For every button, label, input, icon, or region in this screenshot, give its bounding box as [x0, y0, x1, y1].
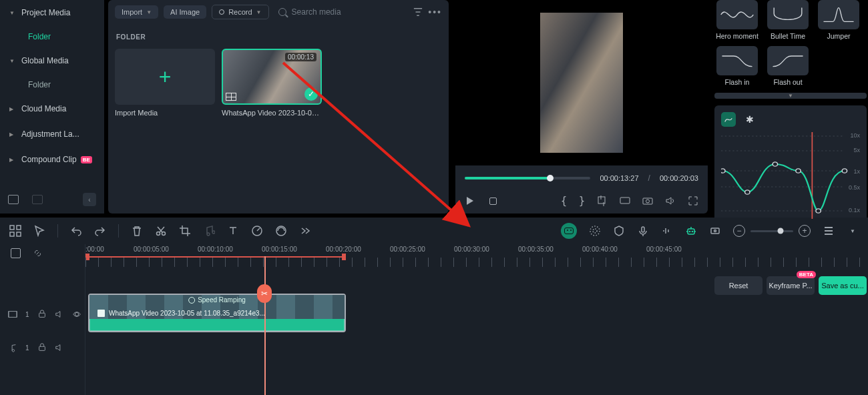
color-button[interactable] [275, 225, 287, 237]
timeline-clip[interactable]: Speed Ramping WhatsApp Video 2023-10-05 … [88, 294, 346, 332]
timeline-panel: − + ▼ 1 1 [0, 218, 868, 395]
timeline-ruler[interactable]: :00:00 00:00:05:00 00:00:10:00 00:00:15:… [85, 244, 868, 267]
tab-curve[interactable] [721, 112, 736, 127]
sidebar-item-compound-clip[interactable]: ▶ Compound Clip BE [0, 147, 104, 172]
track-height-button[interactable] [823, 225, 835, 237]
voice-button[interactable] [637, 225, 649, 237]
delete-button[interactable] [131, 225, 143, 237]
audio-track-header[interactable]: 1 [0, 334, 85, 362]
inspector-panel: Hero moment Bullet Time Jumper Flash in … [714, 0, 868, 214]
import-menu[interactable]: Import ▼ [115, 5, 158, 19]
redo-button[interactable] [94, 225, 106, 237]
svg-point-26 [590, 226, 600, 236]
split-button[interactable] [155, 225, 167, 237]
display-button[interactable] [620, 195, 630, 206]
preset-label: Flash in [725, 78, 750, 87]
new-folder-icon[interactable] [8, 195, 19, 204]
progress-slider[interactable] [465, 177, 590, 179]
ai-assistant-button[interactable] [561, 223, 577, 239]
record-label: Record [228, 8, 252, 16]
crop-button[interactable] [597, 195, 608, 206]
layout-icon[interactable] [9, 225, 21, 237]
stop-button[interactable] [487, 195, 498, 206]
ai-tools-button[interactable] [685, 225, 697, 237]
svg-point-21 [157, 232, 160, 236]
sidebar-item-label: Cloud Media [21, 104, 66, 113]
current-time: 00:00:13:27 [600, 174, 638, 182]
collapse-sidebar-button[interactable]: ‹ [83, 193, 96, 206]
volume-button[interactable] [665, 195, 676, 206]
search-input[interactable]: Search media [274, 7, 409, 17]
ai-image-button[interactable]: AI Image [164, 5, 206, 19]
more-icon[interactable]: ••• [428, 7, 442, 17]
video-track-header[interactable]: 1 [0, 295, 85, 334]
chevron-down-icon: ▼ [256, 9, 262, 15]
sidebar-item-project-media[interactable]: ▼ Project Media [0, 0, 104, 25]
text-button[interactable] [227, 225, 239, 237]
clip-tag: Speed Ramping [188, 296, 246, 304]
sidebar-item-label: Compound Clip [21, 155, 77, 164]
mark-in-button[interactable]: { [561, 195, 567, 207]
mask-button[interactable] [613, 225, 625, 237]
zoom-in-button[interactable]: + [799, 225, 811, 237]
sidebar-item-global-media[interactable]: ▼ Global Media [0, 48, 104, 73]
svg-rect-20 [17, 232, 21, 236]
audio-fx-button[interactable] [661, 225, 673, 237]
music-button[interactable] [203, 225, 215, 237]
ruler-label: 00:00:40:00 [582, 246, 618, 253]
sidebar-item-cloud-media[interactable]: ▶ Cloud Media [0, 96, 104, 121]
tab-freeze[interactable]: ✱ [742, 112, 757, 127]
speed-graph[interactable]: 10x 5x 1x 0.5x 0.1x [721, 132, 860, 219]
preset-flash-in[interactable]: Flash in [714, 46, 760, 87]
preset-bullet-time[interactable]: Bullet Time [765, 0, 811, 41]
sidebar-sub-folder[interactable]: Folder [0, 73, 104, 96]
scissors-icon: ✂ [261, 289, 268, 298]
new-bin-icon[interactable] [32, 195, 43, 204]
preset-hero-moment[interactable]: Hero moment [714, 0, 760, 41]
ruler-label: 00:00:15:00 [262, 246, 297, 253]
snapshot-button[interactable] [642, 195, 653, 206]
project-sidebar: ▼ Project Media Folder ▼ Global Media Fo… [0, 0, 104, 214]
link-toggle-button[interactable] [33, 248, 43, 258]
import-media-card[interactable]: + Import Media [115, 49, 215, 117]
svg-rect-31 [711, 228, 719, 234]
preview-stage[interactable] [455, 0, 708, 165]
preview-frame [540, 13, 623, 153]
media-clip[interactable]: 00:00:13 ✓ WhatsApp Video 2023-10-05... [222, 49, 322, 117]
preset-jumper[interactable]: Jumper [816, 0, 861, 41]
track-index: 1 [25, 344, 29, 352]
more-tools-button[interactable] [299, 225, 311, 237]
zoom-slider[interactable] [750, 230, 793, 232]
selection-icon[interactable] [33, 225, 45, 237]
chevron-down-icon: ▼ [146, 9, 152, 15]
preview-panel: 00:00:13:27 / 00:00:20:03 { } [455, 0, 708, 214]
crop-button[interactable] [179, 225, 191, 237]
toggle-thumbnails-button[interactable] [11, 248, 21, 258]
speed-button[interactable] [251, 225, 263, 237]
svg-point-29 [689, 231, 690, 232]
plus-icon: + [159, 65, 172, 89]
preset-flash-out[interactable]: Flash out [765, 46, 811, 87]
track-options-button[interactable]: ▼ [847, 225, 859, 237]
zoom-out-button[interactable]: − [733, 225, 745, 237]
enhance-button[interactable] [589, 225, 601, 237]
chevron-right-icon: ▶ [9, 131, 16, 137]
fullscreen-button[interactable] [688, 195, 698, 206]
record-menu[interactable]: Record ▼ [212, 5, 268, 19]
svg-point-11 [721, 169, 725, 173]
ruler-label: 00:00:35:00 [518, 246, 554, 253]
sidebar-item-adjustment-layer[interactable]: ▶ Adjustment La... [0, 121, 104, 147]
mark-out-button[interactable]: } [579, 195, 585, 207]
sidebar-item-label: Adjustment La... [21, 129, 79, 139]
play-icon [467, 197, 473, 205]
presets-dropdown[interactable]: ▼ [714, 93, 867, 99]
svg-rect-19 [10, 232, 14, 236]
filter-icon[interactable] [413, 7, 423, 17]
undo-button[interactable] [70, 225, 82, 237]
play-button[interactable] [465, 195, 475, 206]
marker-button[interactable] [709, 225, 721, 237]
svg-point-14 [796, 169, 801, 173]
ruler-label: 00:00:25:00 [390, 246, 425, 253]
sidebar-sub-folder[interactable]: Folder [0, 25, 104, 48]
chevron-right-icon: ▶ [9, 157, 16, 163]
